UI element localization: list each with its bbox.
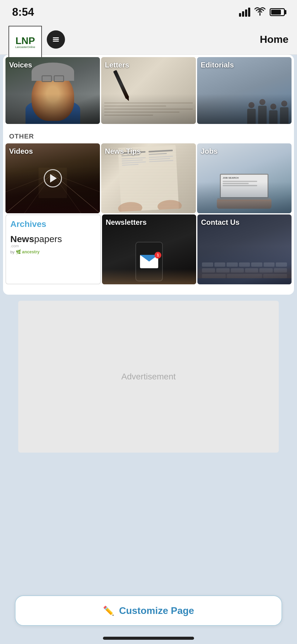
category-row-top: Voices Letters <box>3 55 294 125</box>
jobs-label: Jobs <box>201 147 218 156</box>
tile-contactus[interactable]: Contact Us <box>197 214 292 284</box>
svg-rect-3 <box>53 41 59 42</box>
home-indicator <box>103 637 194 640</box>
glasses-left <box>42 75 52 82</box>
svg-rect-16 <box>122 161 146 163</box>
play-triangle <box>50 174 57 183</box>
logo[interactable]: LNP LancasterOnline <box>9 26 42 59</box>
tile-newsletters[interactable]: 1 Newsletters <box>102 214 196 284</box>
notification-badge: 1 <box>155 252 161 259</box>
battery-icon <box>270 8 285 16</box>
svg-rect-21 <box>149 158 170 160</box>
news-bold: News <box>10 234 34 244</box>
overlay <box>197 246 292 285</box>
newstips-label: News Tips <box>105 147 141 156</box>
wifi-icon <box>254 7 265 18</box>
glasses-right <box>54 75 64 82</box>
tile-archives[interactable]: Archives Newspapers .com by 🌿 ancestry <box>5 214 101 284</box>
grid-row-2: Archives Newspapers .com by 🌿 ancestry <box>3 214 294 286</box>
archives-title: Archives <box>10 219 46 229</box>
advertisement-area: Advertisement <box>18 301 279 453</box>
logo-lancaster: LancasterOnline <box>15 46 35 49</box>
newspapers-domain: .com <box>10 244 62 248</box>
tile-jobs[interactable]: JOB SEARCH Jobs <box>197 143 292 213</box>
logo-lnp: LNP <box>15 36 35 46</box>
papers-text: papers <box>34 234 62 244</box>
svg-rect-22 <box>149 160 173 162</box>
archives-inner: Archives Newspapers .com by 🌿 ancestry <box>6 215 100 284</box>
signal-icon <box>239 8 250 17</box>
svg-rect-2 <box>53 39 59 40</box>
home-link[interactable]: Home <box>260 33 288 45</box>
play-button[interactable] <box>44 169 62 187</box>
menu-button[interactable] <box>47 30 65 49</box>
job-search-text: JOB SEARCH <box>223 176 238 179</box>
svg-rect-19 <box>149 153 167 155</box>
newspapers-text: Newspapers <box>10 235 62 244</box>
ancestry-logo: 🌿 ancestry <box>16 249 39 254</box>
customize-page-button[interactable]: ✏️ Customize Page <box>15 595 282 626</box>
ancestry-line: by 🌿 ancestry <box>10 249 62 254</box>
header: LNP LancasterOnline Home <box>0 24 297 55</box>
letters-label: Letters <box>105 61 129 69</box>
svg-rect-20 <box>149 156 173 158</box>
overlay <box>197 94 292 124</box>
contactus-label: Contact Us <box>201 218 240 227</box>
svg-rect-18 <box>148 150 173 152</box>
status-time: 8:54 <box>12 6 34 19</box>
section-other-label: OTHER <box>3 125 294 143</box>
newsletters-label: Newsletters <box>106 218 147 227</box>
editorials-label: Editorials <box>201 61 234 69</box>
customize-page-wrap: ✏️ Customize Page <box>15 595 282 626</box>
tile-newstips[interactable]: News Tips <box>101 143 196 213</box>
tile-letters[interactable]: Letters <box>101 57 196 124</box>
status-bar: 8:54 <box>0 0 297 24</box>
tile-editorials[interactable]: Editorials <box>197 57 292 124</box>
voices-label: Voices <box>9 61 32 69</box>
svg-rect-17 <box>122 164 139 166</box>
hands-holding-phone <box>102 269 196 284</box>
overlay <box>5 94 100 124</box>
pencil-icon: ✏️ <box>103 605 114 616</box>
email-envelope: 1 <box>140 255 158 268</box>
main-card: Voices Letters <box>3 55 294 295</box>
videos-label: Videos <box>9 147 33 156</box>
hair <box>32 63 74 81</box>
overlay <box>101 94 196 124</box>
grid-row-1: Videos <box>3 143 294 214</box>
status-icons <box>239 7 285 18</box>
svg-rect-1 <box>53 37 59 38</box>
tile-videos[interactable]: Videos <box>5 143 100 213</box>
header-left: LNP LancasterOnline <box>9 23 65 56</box>
advertisement-label: Advertisement <box>121 372 176 382</box>
overlay <box>197 182 292 214</box>
newspapers-logo: Newspapers .com by 🌿 ancestry <box>10 235 62 254</box>
svg-rect-15 <box>122 159 143 162</box>
customize-page-label: Customize Page <box>119 605 194 616</box>
svg-point-24 <box>157 199 182 212</box>
by-text: by <box>10 250 15 254</box>
tile-voices[interactable]: Voices <box>5 57 100 124</box>
svg-point-23 <box>118 201 143 212</box>
svg-rect-14 <box>121 157 146 159</box>
